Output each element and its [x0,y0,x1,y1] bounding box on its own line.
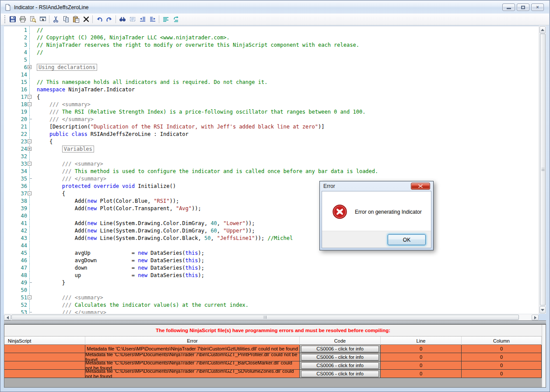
error-code-button[interactable]: CS0006 - click for info [301,371,379,377]
print-preview-button[interactable] [28,14,38,24]
vertical-scroll-thumb[interactable] [540,34,546,305]
print-button[interactable] [18,14,28,24]
line-number: 41 [4,220,29,226]
horizontal-scrollbar[interactable] [4,314,539,320]
fold-collapse-icon[interactable]: - [28,162,32,166]
save-button[interactable] [7,14,18,24]
cut-button[interactable] [51,14,61,24]
code-line[interactable]: 40 [4,212,539,219]
code-line[interactable]: 50 [4,286,539,294]
redo-button[interactable] [104,14,114,24]
code-line[interactable]: 18- /// <summary> [4,101,539,108]
fold-collapse-icon[interactable]: - [28,295,32,299]
column-header-ninjascript[interactable]: NinjaScript [4,336,85,345]
error-panel-scrollbar[interactable] [542,325,546,387]
error-code-button[interactable]: CS0006 - click for info [301,362,379,369]
code-line[interactable]: 51- /// <summary> [4,294,539,301]
code-line[interactable]: 42 Add(new Line(System.Drawing.Color.Dim… [4,227,539,234]
scroll-right-button[interactable] [532,315,539,320]
toolbar-grip[interactable] [4,15,6,23]
code-line[interactable]: 17-{ [4,93,539,101]
code-line[interactable]: 23- { [4,138,539,145]
fold-collapse-icon[interactable]: - [28,95,32,99]
code-editor[interactable]: 1//2// Copyright (C) 2006, NinjaTrader L… [4,26,539,314]
error-code-button[interactable]: CS0006 - click for info [301,346,379,352]
design-view-button[interactable] [38,14,48,24]
code-line[interactable]: 45 avgUp = new DataSeries(this); [4,249,539,257]
maximize-button[interactable] [517,3,529,11]
fold-collapse-icon[interactable]: - [28,102,32,106]
code-line[interactable]: 48 up = new DataSeries(this); [4,271,539,279]
goto-line-button[interactable] [171,14,181,24]
error-row[interactable]: Metadata file 'C:\Users\MP\Documents\Nin… [4,345,542,353]
titlebar[interactable]: Indicator - RSIAndJeffsZeroLine × [1,1,549,14]
fold-margin [29,108,37,115]
code-line[interactable]: 5 [4,56,539,63]
scroll-left-button[interactable] [4,315,11,320]
code-line[interactable]: 16namespace NinjaTrader.Indicator [4,86,539,93]
column-header-code[interactable]: Code [300,336,381,345]
indent-button[interactable] [147,14,158,24]
column-header-column[interactable]: Column [462,336,542,345]
code-line[interactable]: 24+ Variables [4,145,539,153]
code-cell: CS0006 - click for info [300,361,381,369]
copy-button[interactable] [61,14,71,24]
horizontal-scroll-thumb[interactable] [11,315,519,320]
outdent-button[interactable] [137,14,147,24]
code-line[interactable]: 34 /// This method is used to configure … [4,167,539,175]
column-header-error[interactable]: Error [85,336,300,345]
code-line[interactable]: 53 /// </summary> [4,309,539,314]
delete-button[interactable] [81,14,91,24]
code-line[interactable]: 33- /// <summary> [4,160,539,167]
error-code-button[interactable]: CS0006 - click for info [301,354,379,361]
code-line[interactable]: 46 avgDown = new DataSeries(this); [4,257,539,264]
scroll-down-button[interactable] [539,306,546,313]
code-line[interactable]: 15// This namespace holds all indicators… [4,78,539,86]
find-button[interactable] [117,14,127,24]
code-line[interactable]: 2// Copyright (C) 2006, NinjaTrader LLC … [4,34,539,41]
format-lines-button[interactable] [161,14,171,24]
column-header-line[interactable]: Line [381,336,462,345]
code-line[interactable]: 3// NinjaTrader reserves the right to mo… [4,41,539,49]
splitter-handle[interactable] [4,320,546,324]
code-line[interactable]: 39 Add(new Plot(Color.Transparent, "Avg"… [4,205,539,212]
ok-button[interactable]: OK [388,234,426,245]
fold-margin [29,123,37,130]
code-line[interactable]: 14 [4,71,539,78]
vertical-scrollbar[interactable] [539,26,546,314]
line-cell: 0 [381,345,462,353]
scroll-up-button[interactable] [539,26,546,33]
code-line[interactable]: 22 public class RSIAndJeffsZeroLine : In… [4,130,539,138]
dialog-close-button[interactable] [411,183,430,190]
code-line[interactable]: 41 Add(new Line(System.Drawing.Color.Dim… [4,219,539,227]
code-line[interactable]: 20 /// </summary> [4,115,539,123]
paste-button[interactable] [71,14,81,24]
close-button[interactable]: × [531,3,544,11]
error-row[interactable]: Metadata file 'C:\Users\MP\Documents\Nin… [4,353,542,361]
fold-expand-icon[interactable]: + [28,65,32,69]
code-line[interactable]: 52 /// Calculates the indicator value(s)… [4,301,539,309]
fold-expand-icon[interactable]: + [28,147,32,151]
code-line[interactable]: 37- { [4,190,539,197]
error-row[interactable]: Metadata file 'C:\Users\MP\Documents\Nin… [4,361,542,370]
fold-collapse-icon[interactable]: - [28,191,32,195]
code-line[interactable]: 44 [4,242,539,249]
code-line[interactable]: 35 /// </summary> [4,175,539,182]
error-row[interactable]: Metadata file 'C:\Users\MP\Documents\Nin… [4,370,542,378]
code-line[interactable]: 47 down = new DataSeries(this); [4,264,539,271]
code-line[interactable]: 36 protected override void Initialize() [4,182,539,190]
code-line[interactable]: 49 } [4,279,539,286]
code-line[interactable]: 38 Add(new Plot(Color.Blue, "RSI")); [4,197,539,205]
undo-button[interactable] [94,14,104,24]
code-line[interactable]: 19 /// The RSI (Relative Strength Index)… [4,108,539,115]
code-line[interactable]: 4// [4,49,539,56]
select-region-button[interactable] [127,14,137,24]
code-line[interactable]: 43 Add(new Line(System.Drawing.Color.Bla… [4,234,539,242]
code-line[interactable]: 32 [4,153,539,160]
minimize-button[interactable] [502,3,515,11]
error-dialog[interactable]: Error Error on generating Indicator OK [319,181,434,250]
fold-collapse-icon[interactable]: - [28,139,32,143]
code-line[interactable]: 1// [4,26,539,34]
code-line[interactable]: 21 [Description("Duplication of the RSI … [4,123,539,130]
code-line[interactable]: 6+Using declarations [4,63,539,71]
